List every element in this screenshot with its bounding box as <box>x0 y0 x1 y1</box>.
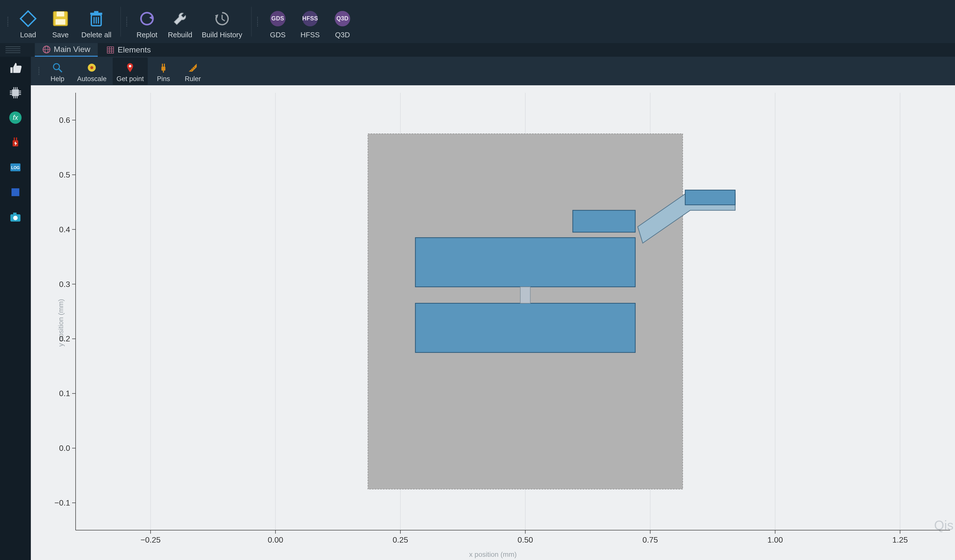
rail-camera[interactable] <box>7 208 24 226</box>
svg-text:1.25: 1.25 <box>892 535 908 544</box>
svg-text:1.00: 1.00 <box>767 535 783 544</box>
svg-text:LOG: LOG <box>11 166 20 170</box>
svg-rect-36 <box>12 89 19 96</box>
pins-label: Pins <box>157 75 170 83</box>
svg-point-60 <box>13 216 18 220</box>
rail-chip[interactable] <box>7 84 24 102</box>
svg-rect-107 <box>685 190 735 205</box>
tab-strip: Main View Elements <box>0 43 955 57</box>
save-label: Save <box>52 31 69 39</box>
svg-text:−0.25: −0.25 <box>141 535 161 544</box>
secondary-toolbar: Help Autoscale Get point Pins Ruler <box>0 57 955 85</box>
svg-marker-11 <box>149 15 153 20</box>
svg-marker-32 <box>189 64 197 72</box>
pins-button[interactable]: Pins <box>150 58 177 85</box>
delete-all-label: Delete all <box>81 31 111 39</box>
svg-rect-3 <box>55 19 65 25</box>
rail-thumbs-up[interactable] <box>7 59 24 77</box>
gds-export-button[interactable]: GDS GDS <box>263 2 293 42</box>
svg-text:0.1: 0.1 <box>59 389 70 398</box>
build-history-button[interactable]: Build History <box>198 2 246 42</box>
svg-text:0.4: 0.4 <box>59 225 70 234</box>
svg-text:0.75: 0.75 <box>642 535 658 544</box>
trash-icon <box>88 10 105 27</box>
svg-text:0.3: 0.3 <box>59 280 70 289</box>
gds-badge-icon: GDS <box>269 10 286 27</box>
svg-text:−0.1: −0.1 <box>55 498 70 507</box>
svg-point-23 <box>53 64 59 70</box>
ruler-label: Ruler <box>185 75 201 83</box>
svg-point-27 <box>129 65 131 67</box>
svg-rect-102 <box>415 238 635 287</box>
target-icon <box>86 62 97 73</box>
delete-all-button[interactable]: Delete all <box>78 2 115 42</box>
rail-stop[interactable] <box>7 183 24 201</box>
toolbar-grip-1[interactable] <box>8 7 8 36</box>
load-label: Load <box>20 31 36 39</box>
help-button[interactable]: Help <box>44 58 71 85</box>
history-icon <box>213 10 231 27</box>
svg-rect-18 <box>107 47 114 53</box>
q3d-export-button[interactable]: Q3D Q3D <box>327 2 357 42</box>
rail-fx[interactable]: fx <box>7 109 24 126</box>
svg-text:fx: fx <box>13 114 19 121</box>
svg-rect-28 <box>161 67 165 70</box>
plug-icon <box>158 62 169 73</box>
gds-label: GDS <box>270 31 286 39</box>
side-rail: fx LOG <box>0 57 31 560</box>
ruler-icon <box>187 62 198 73</box>
hfss-export-button[interactable]: HFSS HFSS <box>295 2 325 42</box>
refresh-icon <box>138 10 156 27</box>
autoscale-label: Autoscale <box>77 75 107 83</box>
plot-svg: −0.10.00.10.20.30.40.50.6−0.250.000.250.… <box>31 85 955 560</box>
toolbar-grip-2[interactable] <box>126 7 127 36</box>
save-button[interactable]: Save <box>45 2 75 42</box>
ruler-button[interactable]: Ruler <box>179 58 207 85</box>
svg-text:0.5: 0.5 <box>59 171 70 179</box>
get-point-label: Get point <box>117 75 144 83</box>
q3d-label: Q3D <box>335 31 350 39</box>
diamond-load-icon <box>19 10 37 27</box>
rebuild-label: Rebuild <box>168 31 192 39</box>
top-toolbar: Load Save Delete all Replot Rebuild Buil… <box>0 0 955 43</box>
rail-power[interactable] <box>7 134 24 151</box>
svg-text:0.50: 0.50 <box>518 535 533 544</box>
toolbar-grip-3[interactable] <box>257 7 258 36</box>
svg-line-24 <box>59 69 62 72</box>
hfss-label: HFSS <box>301 31 319 39</box>
sec-grip[interactable] <box>39 60 39 82</box>
svg-rect-5 <box>90 13 102 15</box>
svg-line-14 <box>222 19 225 21</box>
rebuild-button[interactable]: Rebuild <box>164 2 196 42</box>
svg-text:0.6: 0.6 <box>59 116 70 125</box>
hfss-badge-icon: HFSS <box>301 10 319 27</box>
svg-rect-59 <box>13 213 17 215</box>
svg-rect-2 <box>57 11 64 16</box>
floppy-save-icon <box>52 10 69 27</box>
svg-text:0.0: 0.0 <box>59 444 70 452</box>
wrench-icon <box>171 10 189 27</box>
grid-icon <box>106 46 115 54</box>
tab-elements-label: Elements <box>117 45 151 55</box>
rail-log[interactable]: LOG <box>7 159 24 176</box>
tab-elements[interactable]: Elements <box>99 43 158 57</box>
load-button[interactable]: Load <box>13 2 43 42</box>
globe-icon <box>42 45 51 54</box>
toolbar-divider-2 <box>251 7 252 36</box>
svg-rect-6 <box>94 11 99 13</box>
replot-button[interactable]: Replot <box>132 2 162 42</box>
svg-text:0.2: 0.2 <box>59 334 70 343</box>
svg-text:0.25: 0.25 <box>393 535 408 544</box>
svg-marker-0 <box>20 11 36 26</box>
pin-icon <box>125 62 136 73</box>
get-point-button[interactable]: Get point <box>113 58 148 85</box>
plot-canvas[interactable]: y position (mm) x position (mm) Qis −0.1… <box>31 85 955 560</box>
svg-rect-57 <box>11 188 19 196</box>
svg-text:0.00: 0.00 <box>268 535 283 544</box>
help-label: Help <box>50 75 64 83</box>
tab-main-view[interactable]: Main View <box>35 43 98 57</box>
svg-point-26 <box>90 66 93 69</box>
magnifier-help-icon <box>52 62 63 73</box>
autoscale-button[interactable]: Autoscale <box>73 58 111 85</box>
svg-rect-103 <box>415 303 635 353</box>
